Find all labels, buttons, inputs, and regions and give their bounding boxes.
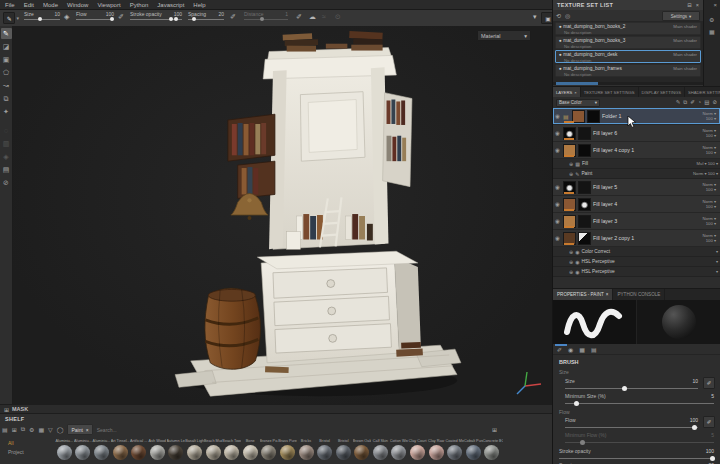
brush-tip-icon[interactable]: ◈ (64, 12, 69, 22)
layer-opacity[interactable]: 100 ▾ (689, 221, 716, 227)
material-swatch[interactable]: Concrete D... (501, 438, 503, 464)
chip-close-icon[interactable]: × (86, 427, 89, 433)
close-icon[interactable]: × (713, 2, 717, 8)
layer-opacity[interactable]: 100 ▾ (689, 150, 716, 156)
material-picker-tool-icon[interactable]: ✦ (1, 106, 12, 117)
material-swatch[interactable]: Autumn Leaf (167, 438, 186, 464)
material-swatch[interactable]: Bristol (334, 438, 353, 464)
visibility-icon[interactable]: ◉ (555, 235, 563, 241)
add-folder-icon[interactable]: ▤ (704, 99, 709, 106)
sub-layer-blend-opacity[interactable]: ▾ (716, 269, 718, 274)
geometry-mask-tool-icon[interactable]: ▤ (1, 164, 12, 175)
layer-sub-row[interactable]: ⊕◉Color Correct▾ (553, 247, 720, 257)
layer-opacity[interactable]: 100 ▾ (689, 238, 716, 244)
tab-display-settings[interactable]: DISPLAY SETTINGS (639, 87, 685, 97)
sub-layer-blend-opacity[interactable]: ▾ (716, 259, 718, 264)
tab-shader-settings[interactable]: SHADER SETTINGS (685, 87, 720, 97)
menu-mode[interactable]: Mode (43, 2, 58, 8)
layer-blend-opacity[interactable]: Norm ▾100 ▾ (689, 128, 718, 139)
shelf-filter-chip[interactable]: Paint × (67, 424, 92, 435)
particles-tool-icon[interactable]: ◌ (1, 125, 12, 136)
pen-pressure-icon[interactable]: ✐ (296, 12, 302, 22)
layer-blend-opacity[interactable]: Norm ▾100 ▾ (689, 216, 718, 227)
toolbar-size-slider[interactable]: Size10 (24, 11, 60, 25)
stencil-tab-icon[interactable]: ▦ (579, 346, 585, 353)
material-swatch[interactable]: Ash Wood (148, 438, 167, 464)
tab-properties-paint[interactable]: PROPERTIES - PAINT × (553, 289, 613, 300)
texture-set-item[interactable]: ● mat_dumping_born_deskMain shaderNo des… (555, 50, 701, 63)
layer-blend-opacity[interactable]: Norm ▾100 ▾ (689, 199, 718, 210)
gear-icon[interactable]: ⚙ (709, 16, 714, 23)
toolbar-spacing-slider[interactable]: Spacing20 (188, 11, 224, 25)
visibility-icon[interactable]: ⊕ (569, 269, 573, 275)
dynamic-stroke-tool-icon[interactable]: ◈ (1, 151, 12, 162)
menu-javascript[interactable]: Javascript (157, 2, 184, 8)
layer-sub-row[interactable]: ⊕✎PaintNorm ▾ 100 ▾ (553, 169, 720, 179)
layer-opacity[interactable]: 100 ▾ (689, 116, 716, 122)
menu-help[interactable]: Help (193, 2, 205, 8)
material-swatch[interactable]: Brass Pure (278, 438, 297, 464)
menu-file[interactable]: File (5, 2, 15, 8)
material-swatch[interactable]: Basalt Light (185, 438, 204, 464)
minimize-icon[interactable]: ⊟ (687, 2, 692, 8)
add-fill-layer-icon[interactable]: ⧉ (683, 99, 687, 106)
symmetry-icon[interactable]: ☁ (309, 12, 316, 22)
grid-icon[interactable]: ▦ (709, 28, 715, 35)
material-swatch[interactable]: Bristol (315, 438, 334, 464)
visibility-icon[interactable]: ⊕ (569, 171, 573, 177)
shelf-view-icon[interactable]: ▦ (38, 426, 44, 433)
visibility-icon[interactable]: ◉ (555, 113, 563, 119)
sub-layer-blend-opacity[interactable]: Mul ▾ 100 ▾ (697, 161, 718, 166)
material-tab-icon[interactable]: ▤ (591, 346, 597, 353)
layer-blend-opacity[interactable]: Norm ▾100 ▾ (689, 111, 718, 122)
material-swatch[interactable]: Artificial ... (129, 438, 148, 464)
paint-brush-tool-icon[interactable]: ✎ (1, 28, 12, 39)
texture-set-item[interactable]: ● mat_dumping_born_books_2Main shaderNo … (555, 22, 701, 35)
shelf-link-icon[interactable]: ⚙ (29, 426, 34, 433)
brush-tab-icon[interactable]: ✐ (557, 346, 562, 353)
material-swatch[interactable]: Concrete B... (483, 438, 502, 464)
sub-layer-blend-opacity[interactable]: Norm ▾ 100 ▾ (693, 171, 718, 176)
layer-row[interactable]: ◉Fill layer 4Norm ▾100 ▾ (553, 196, 720, 213)
ts-filter-icon[interactable]: ◎ (565, 12, 570, 19)
toolbar-overflow-caret-icon[interactable]: ▾ (533, 12, 537, 22)
toolbar-stroke-opacity-slider[interactable]: Stroke opacity100 (130, 11, 182, 25)
material-swatch[interactable]: Aluminiu... (55, 438, 74, 464)
layer-blend-opacity[interactable]: Norm ▾100 ▾ (689, 145, 718, 156)
physical-paint-tool-icon[interactable]: ▥ (1, 138, 12, 149)
quick-mask-tool-icon[interactable]: ⊘ (1, 177, 12, 188)
polygon-fill-tool-icon[interactable]: ⬠ (1, 67, 12, 78)
texture-set-item[interactable]: ● mat_dumping_born_framesMain shaderNo d… (555, 64, 701, 77)
layer-sub-row[interactable]: ⊕◉HSL Perceptive▾ (553, 257, 720, 267)
visibility-icon[interactable]: ◉ (555, 201, 563, 207)
material-swatch[interactable]: Beach Mud (204, 438, 223, 464)
material-swatch[interactable]: Bricks (297, 438, 316, 464)
add-mask-icon[interactable]: ◔ (698, 99, 701, 106)
material-swatch[interactable]: Clay Raw (427, 438, 446, 464)
projection-tool-icon[interactable]: ▣ (1, 54, 12, 65)
alpha-tab-icon[interactable]: ◉ (568, 346, 573, 353)
brush-preset-selector[interactable]: ✎ ▾ (3, 11, 19, 25)
settings-dropdown[interactable]: Settings ▾ (662, 11, 700, 21)
spacing-pressure-icon[interactable]: ✐ (230, 12, 236, 22)
material-swatch[interactable]: Art Tinsel... (111, 438, 130, 464)
layer-row[interactable]: ◉Fill layer 3Norm ▾100 ▾ (553, 213, 720, 230)
tab-texture-set-settings[interactable]: TEXTURE SET SETTINGS (581, 87, 639, 97)
material-swatch[interactable]: Clay Court (408, 438, 427, 464)
tab-layers[interactable]: LAYERS× (553, 87, 581, 97)
material-swatch[interactable]: Bronze Po... (260, 438, 279, 464)
stroke-opacity-slider[interactable] (559, 455, 714, 461)
eraser-tool-icon[interactable]: ◪ (1, 41, 12, 52)
visibility-icon[interactable]: ◉ (555, 147, 563, 153)
material-swatch[interactable]: Coated Metal (445, 438, 464, 464)
material-swatch[interactable]: Beach Towel (222, 438, 241, 464)
add-effect-icon[interactable]: ✎ (676, 99, 681, 106)
shading-mode-dropdown[interactable]: Material ▾ (477, 30, 531, 41)
toolbar-flow-slider[interactable]: Flow100 (76, 11, 114, 25)
material-swatch[interactable]: Cobalt Pure (464, 438, 483, 464)
visibility-icon[interactable]: ⊕ (569, 259, 573, 265)
filter-circle-icon[interactable]: ◯ (57, 426, 64, 433)
menu-edit[interactable]: Edit (24, 2, 34, 8)
layer-row[interactable]: ◉Fill layer 2 copy 1Norm ▾100 ▾ (553, 230, 720, 247)
size-pressure-button[interactable]: ✐ (703, 377, 715, 389)
